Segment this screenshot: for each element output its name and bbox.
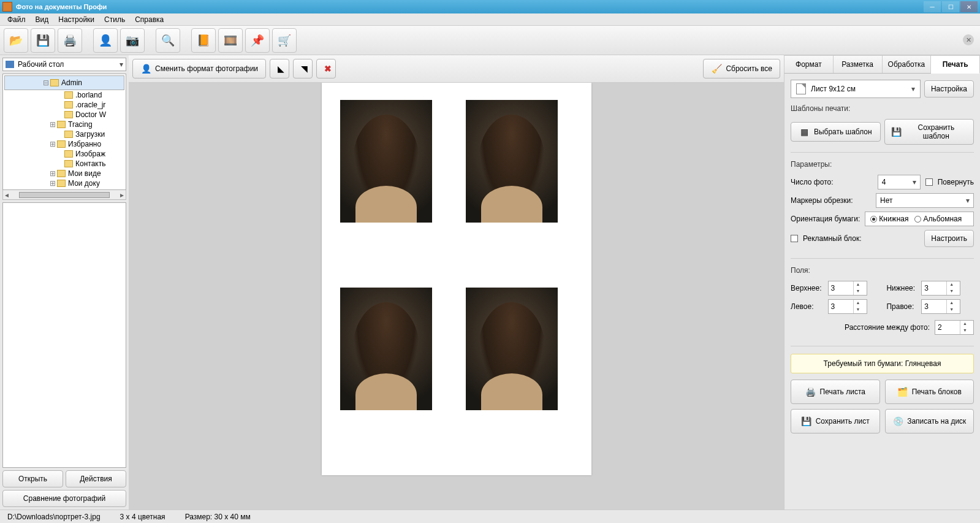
choose-template-button[interactable]: ▦ Выбрать шаблон <box>791 122 881 142</box>
margin-bottom-input[interactable]: ▲▼ <box>921 281 960 296</box>
maximize-button[interactable]: ☐ <box>942 1 959 12</box>
close-panel-icon[interactable]: ✕ <box>963 34 974 45</box>
print-sheet-button[interactable]: 🖨️Печать листа <box>791 380 880 404</box>
tree-node[interactable]: .oracle_jr <box>4 100 124 110</box>
margin-left-input[interactable]: ▲▼ <box>828 299 867 314</box>
menu-help[interactable]: Справка <box>130 14 169 25</box>
x-icon: ✖ <box>324 63 332 74</box>
camera-button[interactable]: 📷 <box>120 28 145 53</box>
menu-view[interactable]: Вид <box>31 14 54 25</box>
burn-disc-button[interactable]: 💿Записать на диск <box>885 409 974 433</box>
tree-node[interactable]: ⊞Избранно <box>4 139 124 149</box>
open-button[interactable]: Открыть <box>2 470 63 487</box>
compare-photos-button[interactable]: Сравнение фотографий <box>2 490 126 507</box>
ad-block-checkbox[interactable] <box>791 235 798 242</box>
folder-icon <box>57 170 66 177</box>
spin-up-icon[interactable]: ▲ <box>960 321 970 327</box>
photo-thumbnail[interactable] <box>466 288 558 410</box>
thumbnail-list[interactable] <box>2 202 126 468</box>
print-button[interactable]: 🖨️ <box>58 28 82 53</box>
photo-thumbnail[interactable] <box>340 100 432 223</box>
spin-down-icon[interactable]: ▼ <box>854 307 863 313</box>
rotate-checkbox[interactable] <box>925 178 933 186</box>
scroll-left-icon[interactable]: ◂ <box>3 191 10 199</box>
minimize-button[interactable]: ─ <box>924 1 941 12</box>
disc-icon: 💿 <box>892 416 903 427</box>
tree-node[interactable]: Изображ <box>4 149 124 159</box>
tab-format[interactable]: Формат <box>784 55 834 73</box>
tree-hscroll[interactable]: ◂ ▸ <box>2 190 126 200</box>
tree-expander-icon[interactable]: ⊞ <box>48 140 57 148</box>
spin-down-icon[interactable]: ▼ <box>854 288 863 295</box>
book-button[interactable]: 📙 <box>191 28 216 53</box>
tab-print[interactable]: Печать <box>931 55 980 74</box>
spin-up-icon[interactable]: ▲ <box>947 300 956 307</box>
spin-up-icon[interactable]: ▲ <box>947 281 956 288</box>
change-format-button[interactable]: 👤 Сменить формат фотографии <box>132 59 266 78</box>
crop-markers-select[interactable]: Нет▾ <box>876 193 974 208</box>
tree-node[interactable]: ⊞Мои виде <box>4 169 124 178</box>
tab-layout[interactable]: Разметка <box>834 55 883 73</box>
margin-top-input[interactable]: ▲▼ <box>828 281 867 296</box>
cart-button[interactable]: 🛒 <box>272 28 297 53</box>
save-template-button[interactable]: 💾 Сохранить шаблон <box>884 119 974 145</box>
reset-all-button[interactable]: 🧹 Сбросить все <box>703 59 780 78</box>
tab-processing[interactable]: Обработка <box>883 55 932 73</box>
delete-button[interactable]: ✖ <box>316 59 336 78</box>
rotate-label: Повернуть <box>938 178 974 186</box>
print-blocks-button[interactable]: 🗂️Печать блоков <box>885 380 974 404</box>
tree-node[interactable]: Doctor W <box>4 110 124 120</box>
right-tabs: Формат Разметка Обработка Печать <box>784 55 980 74</box>
flip-vertical-button[interactable]: ◥ <box>293 59 313 78</box>
photo-count-select[interactable]: 4▾ <box>878 175 921 189</box>
actions-button[interactable]: Действия <box>66 470 126 487</box>
save-sheet-button[interactable]: 💾Сохранить лист <box>791 409 880 433</box>
flip-horizontal-button[interactable]: ◣ <box>270 59 289 78</box>
tree-node[interactable]: ⊞Мои доку <box>4 178 124 188</box>
folder-icon <box>57 121 66 128</box>
orientation-portrait-radio[interactable]: Книжная <box>868 215 911 223</box>
open-folder-button[interactable]: 📂 <box>4 28 28 53</box>
drive-icon <box>6 61 14 68</box>
pin-button[interactable]: 📌 <box>245 28 270 53</box>
folder-tree[interactable]: ⊟Admin.borland.oracle_jrDoctor W⊞Tracing… <box>2 74 126 190</box>
tree-expander-icon[interactable]: ⊞ <box>48 120 57 129</box>
tree-expander-icon[interactable]: ⊞ <box>48 179 57 188</box>
person-button[interactable]: 👤 <box>93 28 118 53</box>
sheet-size-combo[interactable]: Лист 9x12 см ▾ <box>791 80 921 98</box>
tree-node[interactable]: .borland <box>4 90 124 100</box>
spin-down-icon[interactable]: ▼ <box>960 327 970 334</box>
print-page <box>322 83 591 475</box>
film-button[interactable]: 🎞️ <box>218 28 243 53</box>
folder-icon <box>57 180 66 187</box>
tree-expander-icon[interactable]: ⊞ <box>48 169 57 178</box>
close-button[interactable]: ✕ <box>960 1 978 12</box>
photo-thumbnail[interactable] <box>340 288 432 410</box>
tree-node[interactable]: Загрузки <box>4 129 124 139</box>
spacing-input[interactable]: ▲▼ <box>935 320 974 335</box>
drive-combo[interactable]: Рабочий стол ▾ <box>2 58 126 71</box>
spin-down-icon[interactable]: ▼ <box>947 307 956 313</box>
spin-up-icon[interactable]: ▲ <box>854 300 863 307</box>
orientation-landscape-radio[interactable]: Альбомная <box>912 215 964 223</box>
center-toolbar: 👤 Сменить формат фотографии ◣ ◥ ✖ 🧹 Сбро… <box>129 55 784 83</box>
spin-down-icon[interactable]: ▼ <box>947 288 956 295</box>
menu-style[interactable]: Стиль <box>99 14 130 25</box>
ad-configure-button[interactable]: Настроить <box>924 230 974 247</box>
menu-file[interactable]: Файл <box>2 14 31 25</box>
photo-thumbnail[interactable] <box>466 100 558 223</box>
image-search-button[interactable]: 🔍 <box>156 28 180 53</box>
orientation-radio-group: Книжная Альбомная <box>865 212 974 226</box>
menu-settings[interactable]: Настройки <box>53 14 99 25</box>
tree-node[interactable]: ⊞Tracing <box>4 120 124 129</box>
margin-right-input[interactable]: ▲▼ <box>921 299 960 314</box>
spin-up-icon[interactable]: ▲ <box>854 281 863 288</box>
save-button[interactable]: 💾 <box>31 28 55 53</box>
sheet-settings-button[interactable]: Настройка <box>924 80 974 97</box>
scroll-thumb[interactable] <box>19 192 110 198</box>
right-panel: Формат Разметка Обработка Печать Лист 9x… <box>784 55 980 510</box>
tree-node[interactable]: ⊟Admin <box>4 75 124 90</box>
tree-node[interactable]: Контакть <box>4 159 124 169</box>
scroll-right-icon[interactable]: ▸ <box>118 191 126 199</box>
tree-expander-icon[interactable]: ⊟ <box>42 78 50 87</box>
